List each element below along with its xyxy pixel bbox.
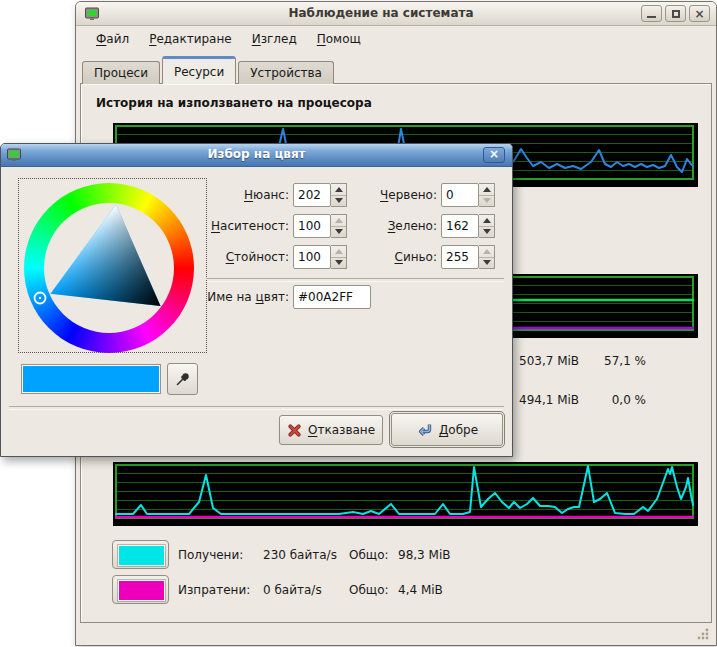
sent-rate: 0 байта/s (263, 583, 322, 597)
dialog-title: Избор на цвят (41, 147, 472, 161)
cancel-button[interactable]: Отказване (279, 415, 383, 445)
received-total: 98,3 MiB (398, 548, 450, 562)
swap-amount: 494,1 MiB (519, 393, 579, 407)
received-label: Получени: (178, 548, 243, 562)
value-label: Стойност: (199, 250, 289, 264)
sent-total-label: Общо: (349, 583, 389, 597)
saturation-input[interactable] (293, 214, 331, 238)
color-name-input[interactable] (293, 285, 371, 309)
received-color-button[interactable] (112, 540, 169, 569)
menu-help[interactable]: Помощ (307, 28, 371, 50)
cpu-history-title: История на използването на процесора (96, 96, 372, 110)
system-monitor-icon (84, 6, 100, 22)
eyedropper-button[interactable] (167, 363, 198, 395)
dialog-close-button[interactable]: × (483, 147, 505, 163)
hue-input[interactable] (293, 183, 331, 207)
tab-processes[interactable]: Процеси (82, 61, 160, 84)
desktop: { "colors":{"window_bg":"#EDE9E2","chart… (0, 0, 717, 647)
menubar: Файл Редактиране Изглед Помощ (76, 26, 716, 52)
green-spin-down[interactable] (479, 227, 494, 238)
blue-label: Синьо: (354, 250, 437, 264)
hue-selector-handle[interactable] (35, 293, 46, 304)
resize-grip[interactable] (695, 626, 710, 641)
menu-file[interactable]: Файл (86, 28, 139, 50)
saturation-spin-down[interactable] (331, 227, 346, 238)
red-spinner (479, 183, 495, 207)
value-spinner (331, 245, 347, 269)
memory-amount: 503,7 MiB (519, 354, 579, 368)
saturation-spin-up[interactable] (331, 215, 346, 227)
dialog-titlebar[interactable]: Избор на цвят × (1, 144, 512, 167)
blue-input[interactable] (441, 245, 479, 269)
tab-resources[interactable]: Ресурси (162, 56, 236, 84)
memory-percent: 57,1 % (581, 354, 646, 368)
green-spin-up[interactable] (479, 215, 494, 227)
hue-spin-up[interactable] (331, 184, 346, 196)
close-icon: × (489, 147, 499, 161)
color-picker-dialog: Избор на цвят × Нюанс: Наситеност: Ст (0, 143, 513, 457)
sent-color-button[interactable] (112, 575, 169, 604)
cancel-x-icon (287, 423, 302, 438)
red-spin-up[interactable] (479, 184, 494, 196)
sent-swatch (118, 580, 165, 601)
received-swatch (118, 545, 165, 566)
saturation-label: Наситеност: (199, 219, 289, 233)
red-input[interactable] (441, 183, 479, 207)
tab-bar: Процеси Ресурси Устройства (82, 56, 336, 84)
maximize-icon (672, 10, 680, 18)
blue-spin-up[interactable] (479, 246, 494, 258)
close-button[interactable]: × (689, 5, 710, 22)
saturation-value-triangle[interactable] (24, 183, 194, 353)
menu-view[interactable]: Изглед (242, 28, 307, 50)
received-rate: 230 байта/s (263, 548, 337, 562)
ok-button[interactable]: Добре (391, 413, 503, 446)
hue-spin-down[interactable] (331, 196, 346, 207)
eyedropper-icon (175, 371, 191, 387)
menu-edit[interactable]: Редактиране (139, 28, 242, 50)
color-name-label: Име на цвят: (199, 290, 289, 304)
ok-enter-icon (416, 422, 433, 438)
swap-percent: 0,0 % (581, 393, 646, 407)
value-spin-down[interactable] (331, 258, 346, 269)
dialog-icon (6, 147, 22, 163)
hue-spinner (331, 183, 347, 207)
separator (9, 406, 504, 410)
blue-spin-down[interactable] (479, 258, 494, 269)
green-label: Зелено: (354, 219, 437, 233)
minimize-icon (647, 16, 656, 18)
close-icon: × (694, 8, 704, 20)
minimize-button[interactable] (641, 5, 662, 22)
blue-spinner (479, 245, 495, 269)
maximize-button[interactable] (665, 5, 686, 22)
saturation-spinner (331, 214, 347, 238)
value-input[interactable] (293, 245, 331, 269)
window-title: Наблюдение на системата (136, 6, 626, 20)
green-input[interactable] (441, 214, 479, 238)
main-titlebar[interactable]: Наблюдение на системата × (76, 2, 716, 26)
sent-total: 4,4 MiB (398, 583, 443, 597)
color-preview-frame (21, 364, 161, 394)
network-history-chart (113, 462, 698, 526)
green-spinner (479, 214, 495, 238)
sent-label: Изпратени: (178, 583, 250, 597)
value-spin-up[interactable] (331, 246, 346, 258)
separator (206, 278, 504, 282)
received-total-label: Общо: (349, 548, 389, 562)
red-label: Червено: (354, 188, 437, 202)
tab-devices[interactable]: Устройства (238, 61, 334, 84)
hue-label: Нюанс: (199, 188, 289, 202)
color-preview-swatch (23, 366, 159, 392)
red-spin-down[interactable] (479, 196, 494, 207)
